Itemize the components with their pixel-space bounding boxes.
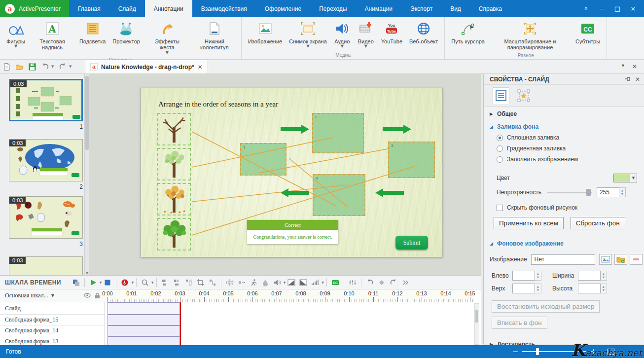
dropdown-icon[interactable]: ▼ bbox=[100, 281, 102, 284]
speaker-icon[interactable] bbox=[272, 277, 283, 288]
timeline-object-bar[interactable] bbox=[107, 325, 180, 336]
ribbon-button-captions[interactable]: CCСубтитры bbox=[572, 19, 604, 45]
opacity-slider[interactable] bbox=[547, 192, 592, 193]
left-input[interactable] bbox=[512, 271, 535, 281]
new-document-icon[interactable] bbox=[0, 61, 13, 72]
ribbon-button-highlight[interactable]: Подсветка bbox=[76, 19, 109, 45]
ribbon-button-youtube[interactable]: YouTubeYouTube bbox=[378, 19, 406, 45]
image-value-field[interactable]: Нет bbox=[531, 254, 595, 265]
keyframe-icon[interactable] bbox=[376, 277, 387, 288]
zoom-slider-thumb[interactable] bbox=[536, 348, 539, 355]
choose-image-icon[interactable] bbox=[599, 254, 612, 265]
menu-tab-главная[interactable]: Главная bbox=[69, 0, 109, 17]
dropdown-icon[interactable]: ▼ bbox=[131, 281, 134, 284]
panel-close-icon[interactable]: ✕ bbox=[635, 76, 640, 83]
fade-out-icon[interactable] bbox=[298, 277, 309, 288]
color-dropdown-icon[interactable]: ▼ bbox=[630, 174, 637, 182]
zoom-lens-icon[interactable] bbox=[140, 277, 150, 288]
scale-dropdown-icon[interactable]: ▼ bbox=[51, 293, 54, 298]
more-icon[interactable] bbox=[400, 277, 411, 288]
slide-thumbnail-1[interactable]: 0:031 bbox=[9, 79, 83, 121]
submit-button[interactable]: Submit bbox=[395, 236, 428, 250]
g-b[interactable] bbox=[172, 277, 182, 288]
panel-close-icon[interactable]: ✕ bbox=[632, 63, 637, 70]
apply-to-all-button[interactable]: Применить ко всем bbox=[494, 217, 564, 229]
ribbon-button-spotlight[interactable]: Прожектор bbox=[109, 19, 143, 45]
dropdown-icon[interactable]: ▼ bbox=[306, 44, 309, 49]
g-split[interactable] bbox=[207, 277, 218, 288]
undo-dropdown-icon[interactable]: ▼ bbox=[51, 65, 56, 69]
open-icon[interactable] bbox=[13, 61, 26, 72]
menu-tab-экспорт[interactable]: Экспорт bbox=[401, 0, 441, 17]
dropdown-icon[interactable]: ▼ bbox=[284, 281, 286, 284]
scrollbar-thumb[interactable] bbox=[85, 76, 89, 150]
spring-tree-drag-item[interactable] bbox=[157, 148, 191, 180]
timeline-object-bar[interactable] bbox=[107, 302, 180, 315]
ribbon-button-screenshot[interactable]: Снимок экрана▼ bbox=[286, 19, 330, 50]
slide-editor[interactable]: Arrange in the order of seasons in a yea… bbox=[141, 88, 443, 257]
panel-collapse-icon[interactable]: ▼ bbox=[621, 63, 625, 70]
maximize-icon[interactable]: □ bbox=[610, 3, 624, 15]
scroll-down-icon[interactable]: ▼ bbox=[85, 271, 89, 275]
panes-icon[interactable] bbox=[71, 277, 81, 288]
g-del[interactable] bbox=[183, 277, 194, 288]
redo-icon[interactable] bbox=[388, 277, 399, 288]
document-close-icon[interactable]: ✕ bbox=[198, 64, 203, 71]
redo-dropdown-icon[interactable]: ▼ bbox=[69, 65, 74, 69]
menu-tab-анимации[interactable]: Анимации bbox=[356, 0, 402, 17]
fade-in-icon[interactable] bbox=[286, 277, 297, 288]
ribbon-button-image[interactable]: Изображение bbox=[245, 19, 286, 45]
runner-icon[interactable] bbox=[248, 277, 259, 288]
record-icon[interactable] bbox=[119, 277, 130, 288]
thumbnail-image[interactable]: 0:03 bbox=[9, 196, 83, 239]
thumbnail-image[interactable]: 0:03 bbox=[9, 79, 83, 121]
height-input[interactable] bbox=[578, 284, 601, 293]
drop-target-2[interactable]: 2 bbox=[312, 113, 364, 153]
timeline-object-bar[interactable] bbox=[107, 315, 180, 325]
thumbnail-image[interactable]: 0:03 bbox=[9, 256, 83, 275]
visibility-icon[interactable] bbox=[84, 292, 91, 298]
ribbon-button-shapes[interactable]: Фигуры▼ bbox=[3, 19, 29, 50]
menu-tab-вид[interactable]: Вид bbox=[441, 0, 470, 17]
lock-icon[interactable] bbox=[95, 292, 100, 299]
document-tab[interactable]: a Nature Knowledge - drag-n-drop* ✕ bbox=[85, 60, 208, 73]
ribbon-button-gesture-effects[interactable]: Эффекты жеста▼ bbox=[143, 19, 191, 56]
fill-option-gradient[interactable]: Градиентная заливка bbox=[484, 143, 644, 154]
undo-icon[interactable] bbox=[364, 277, 375, 288]
playhead[interactable] bbox=[180, 302, 181, 346]
timeline-row-свободная форма_15[interactable]: Свободная форма_15 bbox=[0, 315, 105, 325]
summer-tree-drag-item[interactable] bbox=[157, 218, 191, 251]
slides-scrollbar[interactable]: ▼ bbox=[84, 74, 89, 275]
volume-icon[interactable] bbox=[310, 277, 321, 288]
dropdown-icon[interactable]: ▼ bbox=[14, 44, 17, 49]
stop-icon[interactable] bbox=[102, 277, 113, 288]
undo-icon[interactable] bbox=[38, 61, 51, 72]
section-background-fill[interactable]: ◢Заливка фона bbox=[484, 119, 644, 132]
section-background-image[interactable]: ◢Фоновое изображение bbox=[484, 236, 644, 249]
g-stretch[interactable] bbox=[224, 277, 235, 288]
ribbon-button-footer[interactable]: Нижний колонтитул bbox=[191, 19, 238, 52]
menu-tab-взаимодействия[interactable]: Взаимодействия bbox=[192, 0, 256, 17]
width-input[interactable] bbox=[578, 271, 601, 281]
dropdown-icon[interactable]: ▼ bbox=[151, 281, 154, 284]
slide-question-title[interactable]: Arrange in the order of seasons in a yea… bbox=[158, 100, 278, 108]
drop-icon[interactable] bbox=[260, 277, 271, 288]
section-general[interactable]: ▶Общее bbox=[484, 107, 644, 119]
dropdown-icon[interactable]: ▼ bbox=[166, 51, 169, 55]
thumbnail-image[interactable]: 0:03 bbox=[9, 139, 83, 181]
slide-thumbnail-4[interactable]: 0:034 bbox=[9, 256, 83, 275]
ribbon-collapse-icon[interactable]: » bbox=[579, 3, 593, 15]
ribbon-button-video[interactable]: Видео▼ bbox=[354, 19, 378, 50]
dropdown-icon[interactable]: ▼ bbox=[322, 281, 324, 284]
redo-icon[interactable] bbox=[56, 61, 69, 72]
fill-option-image[interactable]: Заполнить изображением bbox=[484, 154, 644, 165]
sync-icon[interactable] bbox=[347, 277, 358, 288]
reset-background-button[interactable]: Сбросить фон bbox=[571, 217, 625, 229]
minimize-icon[interactable]: – bbox=[595, 3, 608, 15]
hide-background-row[interactable]: Скрыть фоновый рисунок bbox=[484, 204, 644, 211]
g-a[interactable] bbox=[160, 277, 171, 288]
fill-option-solid[interactable]: Сплошная заливка bbox=[484, 132, 644, 143]
opacity-value-input[interactable]: 255 bbox=[597, 187, 619, 197]
drop-target-3[interactable]: 3 bbox=[388, 142, 435, 178]
slide-thumbnail-3[interactable]: 0:033 bbox=[9, 196, 83, 239]
